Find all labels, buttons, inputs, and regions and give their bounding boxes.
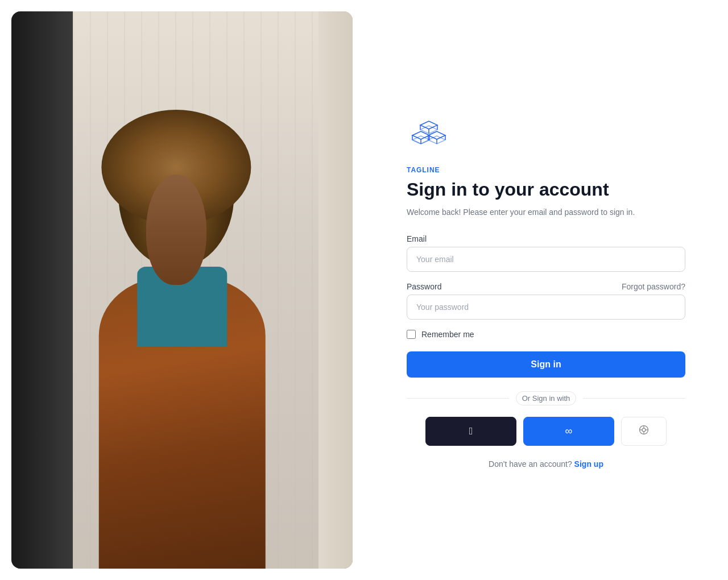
divider-text: Or Sign in with — [516, 391, 577, 405]
logo-icon — [407, 111, 452, 146]
social-buttons-row:  ∞ — [407, 417, 685, 446]
signin-button[interactable]: Sign in — [407, 351, 685, 378]
remember-me-checkbox[interactable] — [407, 330, 416, 339]
tagline: TAGLINE — [407, 166, 685, 174]
email-input[interactable] — [407, 247, 685, 272]
meta-icon: ∞ — [565, 425, 573, 437]
signup-link[interactable]: Sign up — [574, 459, 603, 469]
remember-me-row: Remember me — [407, 330, 685, 339]
svg-line-6 — [421, 140, 429, 144]
right-panel: TAGLINE Sign in to your account Welcome … — [364, 0, 728, 580]
signup-row: Don't have an account? Sign up — [407, 459, 685, 469]
logo — [407, 111, 685, 148]
google-icon — [638, 424, 650, 438]
apple-signin-button[interactable]:  — [425, 417, 516, 446]
password-field-group: Password Forgot password? — [407, 282, 685, 320]
left-panel — [0, 0, 364, 580]
page-title: Sign in to your account — [407, 179, 685, 200]
email-label: Email — [407, 234, 427, 243]
remember-me-label[interactable]: Remember me — [421, 330, 474, 339]
social-divider: Or Sign in with — [407, 391, 685, 405]
signup-prompt-text: Don't have an account? — [489, 459, 572, 469]
forgot-password-link[interactable]: Forgot password? — [622, 282, 685, 291]
password-label: Password — [407, 282, 441, 291]
login-form-container: TAGLINE Sign in to your account Welcome … — [407, 111, 685, 468]
hero-image — [11, 11, 353, 569]
svg-point-18 — [642, 428, 646, 432]
meta-signin-button[interactable]: ∞ — [523, 417, 614, 446]
divider-line-right — [583, 398, 685, 399]
divider-line-left — [407, 398, 509, 399]
apple-icon:  — [469, 425, 473, 437]
google-signin-button[interactable] — [621, 417, 667, 446]
password-input[interactable] — [407, 295, 685, 320]
page-subtext: Welcome back! Please enter your email an… — [407, 206, 685, 218]
email-field-group: Email — [407, 234, 685, 272]
svg-line-5 — [412, 140, 421, 144]
svg-marker-12 — [420, 121, 437, 129]
